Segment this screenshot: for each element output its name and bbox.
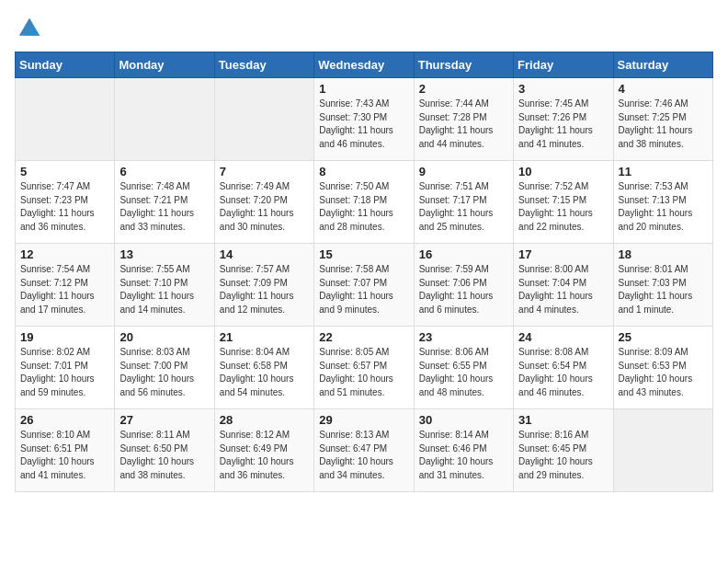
calendar-cell: 30Sunrise: 8:14 AM Sunset: 6:46 PM Dayli… <box>414 409 513 492</box>
day-number: 29 <box>319 413 408 427</box>
day-info: Sunrise: 8:14 AM Sunset: 6:46 PM Dayligh… <box>419 429 508 482</box>
calendar-header-friday: Friday <box>514 52 613 78</box>
day-number: 9 <box>419 165 508 178</box>
day-info: Sunrise: 7:51 AM Sunset: 7:17 PM Dayligh… <box>419 180 508 234</box>
calendar-header-row: SundayMondayTuesdayWednesdayThursdayFrid… <box>16 52 713 78</box>
day-info: Sunrise: 7:59 AM Sunset: 7:06 PM Dayligh… <box>419 263 508 316</box>
calendar-cell: 13Sunrise: 7:55 AM Sunset: 7:10 PM Dayli… <box>115 244 214 327</box>
day-info: Sunrise: 7:54 AM Sunset: 7:12 PM Dayligh… <box>20 263 109 316</box>
logo-icon <box>15 15 44 40</box>
calendar-cell: 3Sunrise: 7:45 AM Sunset: 7:26 PM Daylig… <box>514 78 613 161</box>
calendar-cell: 20Sunrise: 8:03 AM Sunset: 7:00 PM Dayli… <box>115 327 214 409</box>
day-info: Sunrise: 7:47 AM Sunset: 7:23 PM Dayligh… <box>20 180 109 234</box>
calendar-cell: 18Sunrise: 8:01 AM Sunset: 7:03 PM Dayli… <box>613 244 712 327</box>
day-number: 1 <box>319 82 408 96</box>
calendar-cell: 11Sunrise: 7:53 AM Sunset: 7:13 PM Dayli… <box>613 161 712 244</box>
day-number: 31 <box>518 413 608 427</box>
day-info: Sunrise: 8:04 AM Sunset: 6:58 PM Dayligh… <box>220 346 309 399</box>
calendar-cell <box>16 78 115 161</box>
day-info: Sunrise: 8:01 AM Sunset: 7:03 PM Dayligh… <box>619 263 708 316</box>
calendar-cell: 14Sunrise: 7:57 AM Sunset: 7:09 PM Dayli… <box>214 244 313 327</box>
day-number: 19 <box>20 330 109 344</box>
day-number: 22 <box>319 330 408 344</box>
calendar-cell <box>115 78 214 161</box>
calendar-week-2: 5Sunrise: 7:47 AM Sunset: 7:23 PM Daylig… <box>16 161 713 244</box>
day-info: Sunrise: 7:49 AM Sunset: 7:20 PM Dayligh… <box>220 180 309 234</box>
calendar-cell: 28Sunrise: 8:12 AM Sunset: 6:49 PM Dayli… <box>214 409 313 492</box>
calendar-cell: 7Sunrise: 7:49 AM Sunset: 7:20 PM Daylig… <box>214 161 313 244</box>
day-info: Sunrise: 8:10 AM Sunset: 6:51 PM Dayligh… <box>20 429 109 482</box>
calendar-cell: 9Sunrise: 7:51 AM Sunset: 7:17 PM Daylig… <box>414 161 513 244</box>
day-number: 5 <box>20 165 109 178</box>
day-info: Sunrise: 7:43 AM Sunset: 7:30 PM Dayligh… <box>319 98 408 151</box>
calendar-cell: 10Sunrise: 7:52 AM Sunset: 7:15 PM Dayli… <box>514 161 613 244</box>
day-number: 18 <box>619 247 708 261</box>
calendar-cell <box>613 409 712 492</box>
calendar-week-3: 12Sunrise: 7:54 AM Sunset: 7:12 PM Dayli… <box>16 244 713 327</box>
calendar-cell <box>214 78 313 161</box>
day-info: Sunrise: 8:05 AM Sunset: 6:57 PM Dayligh… <box>319 346 408 399</box>
day-info: Sunrise: 8:02 AM Sunset: 7:01 PM Dayligh… <box>20 346 109 399</box>
day-info: Sunrise: 7:44 AM Sunset: 7:28 PM Dayligh… <box>419 98 508 151</box>
calendar-cell: 6Sunrise: 7:48 AM Sunset: 7:21 PM Daylig… <box>115 161 214 244</box>
calendar-header-thursday: Thursday <box>414 52 513 78</box>
day-number: 2 <box>419 82 508 96</box>
day-info: Sunrise: 8:09 AM Sunset: 6:53 PM Dayligh… <box>619 346 708 399</box>
calendar-cell: 8Sunrise: 7:50 AM Sunset: 7:18 PM Daylig… <box>314 161 414 244</box>
calendar-cell: 27Sunrise: 8:11 AM Sunset: 6:50 PM Dayli… <box>115 409 214 492</box>
calendar-cell: 12Sunrise: 7:54 AM Sunset: 7:12 PM Dayli… <box>16 244 115 327</box>
day-number: 17 <box>518 247 608 261</box>
calendar-cell: 23Sunrise: 8:06 AM Sunset: 6:55 PM Dayli… <box>414 327 513 409</box>
day-info: Sunrise: 8:13 AM Sunset: 6:47 PM Dayligh… <box>319 429 408 482</box>
calendar-header-saturday: Saturday <box>613 52 712 78</box>
calendar-cell: 31Sunrise: 8:16 AM Sunset: 6:45 PM Dayli… <box>514 409 613 492</box>
calendar-header-sunday: Sunday <box>16 52 115 78</box>
day-number: 23 <box>419 330 508 344</box>
day-number: 3 <box>518 82 608 96</box>
calendar-cell: 1Sunrise: 7:43 AM Sunset: 7:30 PM Daylig… <box>314 78 414 161</box>
day-info: Sunrise: 8:03 AM Sunset: 7:00 PM Dayligh… <box>119 346 209 399</box>
calendar-cell: 22Sunrise: 8:05 AM Sunset: 6:57 PM Dayli… <box>314 327 414 409</box>
day-number: 26 <box>20 413 109 427</box>
day-number: 13 <box>119 247 209 261</box>
day-info: Sunrise: 8:11 AM Sunset: 6:50 PM Dayligh… <box>119 429 209 482</box>
calendar-header-monday: Monday <box>115 52 214 78</box>
calendar-cell: 26Sunrise: 8:10 AM Sunset: 6:51 PM Dayli… <box>16 409 115 492</box>
day-number: 27 <box>119 413 209 427</box>
day-number: 25 <box>619 330 708 344</box>
calendar-cell: 19Sunrise: 8:02 AM Sunset: 7:01 PM Dayli… <box>16 327 115 409</box>
day-info: Sunrise: 7:58 AM Sunset: 7:07 PM Dayligh… <box>319 263 408 316</box>
calendar-header-tuesday: Tuesday <box>214 52 313 78</box>
day-info: Sunrise: 7:46 AM Sunset: 7:25 PM Dayligh… <box>619 98 708 151</box>
day-info: Sunrise: 8:08 AM Sunset: 6:54 PM Dayligh… <box>518 346 608 399</box>
day-number: 20 <box>119 330 209 344</box>
day-info: Sunrise: 7:50 AM Sunset: 7:18 PM Dayligh… <box>319 180 408 234</box>
day-number: 12 <box>20 247 109 261</box>
day-number: 24 <box>518 330 608 344</box>
day-number: 28 <box>220 413 309 427</box>
page-header <box>15 15 713 40</box>
day-info: Sunrise: 7:55 AM Sunset: 7:10 PM Dayligh… <box>119 263 209 316</box>
calendar-week-1: 1Sunrise: 7:43 AM Sunset: 7:30 PM Daylig… <box>16 78 713 161</box>
day-number: 4 <box>619 82 708 96</box>
day-number: 30 <box>419 413 508 427</box>
day-info: Sunrise: 8:06 AM Sunset: 6:55 PM Dayligh… <box>419 346 508 399</box>
calendar-cell: 4Sunrise: 7:46 AM Sunset: 7:25 PM Daylig… <box>613 78 712 161</box>
day-number: 6 <box>119 165 209 178</box>
day-number: 11 <box>619 165 708 178</box>
logo <box>15 15 48 40</box>
day-number: 7 <box>220 165 309 178</box>
day-number: 16 <box>419 247 508 261</box>
day-info: Sunrise: 8:16 AM Sunset: 6:45 PM Dayligh… <box>518 429 608 482</box>
calendar-cell: 15Sunrise: 7:58 AM Sunset: 7:07 PM Dayli… <box>314 244 414 327</box>
calendar-cell: 2Sunrise: 7:44 AM Sunset: 7:28 PM Daylig… <box>414 78 513 161</box>
day-number: 21 <box>220 330 309 344</box>
day-info: Sunrise: 7:52 AM Sunset: 7:15 PM Dayligh… <box>518 180 608 234</box>
calendar-cell: 17Sunrise: 8:00 AM Sunset: 7:04 PM Dayli… <box>514 244 613 327</box>
calendar-cell: 24Sunrise: 8:08 AM Sunset: 6:54 PM Dayli… <box>514 327 613 409</box>
day-info: Sunrise: 8:12 AM Sunset: 6:49 PM Dayligh… <box>220 429 309 482</box>
calendar-week-4: 19Sunrise: 8:02 AM Sunset: 7:01 PM Dayli… <box>16 327 713 409</box>
day-number: 15 <box>319 247 408 261</box>
day-info: Sunrise: 7:45 AM Sunset: 7:26 PM Dayligh… <box>518 98 608 151</box>
day-info: Sunrise: 7:53 AM Sunset: 7:13 PM Dayligh… <box>619 180 708 234</box>
